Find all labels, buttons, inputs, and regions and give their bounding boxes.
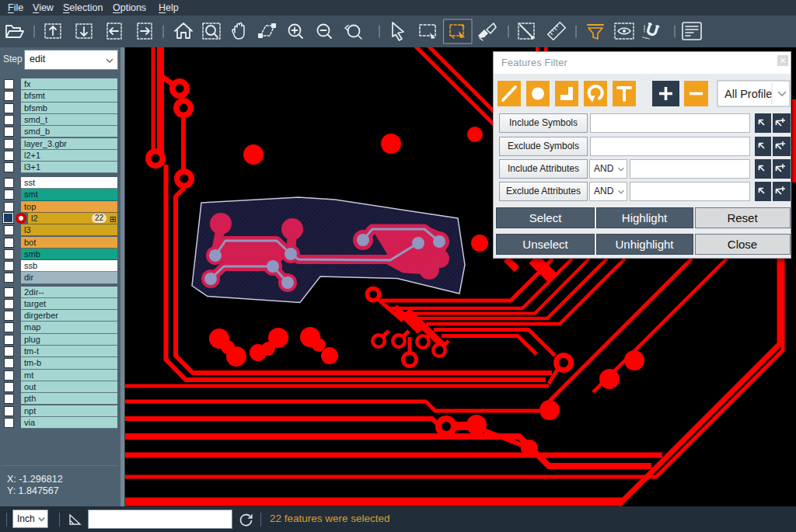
svg-text:All Profile: All Profile xyxy=(724,88,772,100)
